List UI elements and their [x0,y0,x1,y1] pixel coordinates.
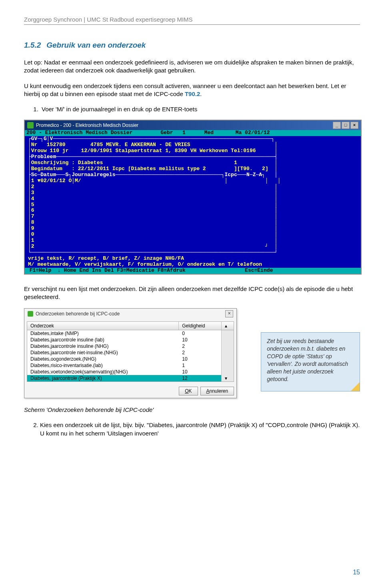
dialog-titlebar: Onderzoeken behorende bij ICPC-code × [24,309,236,319]
dos-line: │Vrouw 110 jr 12/09/1901 Stalpaertstraat… [28,148,278,154]
paragraph: U kunt eenvoudig een onderzoek tijdens e… [24,82,360,98]
table-row[interactable]: Diabetes,jaarcontrole insuline (lab)10 [27,337,234,343]
cell-onderzoek: Diabetes,intake (NMP) [27,330,179,337]
dos-line: │0 │ [28,231,278,237]
dos-line: │Begindatum : 22/12/2011 Icpc [Diabetes … [28,166,278,172]
cancel-button[interactable]: Annuleren [200,387,234,395]
icpc-code: T90.2 [185,90,200,97]
dos-line: │4 │ [28,196,278,202]
scrollbar-track[interactable] [221,337,234,343]
scrollbar-track[interactable] [221,349,234,356]
scroll-down-icon[interactable]: ▾ [221,375,234,381]
dos-help: M/ meetwaarde, V/ verwijskaart, F/ formu… [28,261,262,267]
cell-geldigheid: 2 [179,343,221,349]
step-list: Kies een onderzoek uit de lijst, bijv. b… [24,421,360,437]
table-row[interactable]: Diabetes,voetonderzoek(samenvatting)(NHG… [27,369,234,375]
dos-line: │Omschrijving : Diabetes 1 │ [28,160,278,166]
dos-line: │5 │ [28,202,278,208]
cell-geldigheid: 0 [179,330,221,337]
section-name: Gebruik van een onderzoek [46,41,146,49]
dos-line: └───────────────────────────────────────… [28,249,278,255]
dos-topbar: 200 - Elektronisch Medisch Dossier Gebr … [25,130,361,136]
table-row[interactable]: Diabetes,jaarcontrole insuline (NHG)2 [27,343,234,349]
table-row[interactable]: Diabetes,intake (NMP)0 [27,330,234,337]
dos-line: │2 ┘ │ [28,243,278,249]
dialog-title: Onderzoeken behorende bij ICPC-code [36,311,120,317]
dos-line: ┌GV─┐G│V────────────────────────────────… [28,136,274,142]
step-list: Voer 'M/' in de journaalregel in en druk… [24,105,360,113]
dos-line: │Nr 152780 4785 MEVR. E AKKERMAN - DE VR… [28,142,278,148]
scrollbar-track[interactable] [221,330,234,337]
app-logo-icon [28,311,33,317]
dos-line: │7 │ [28,213,278,219]
col-onderzoek[interactable]: Onderzoek [27,322,179,330]
dos-line: │8 │ [28,219,278,225]
dialog-buttons: OK Annuleren [24,384,236,398]
dos-line: │1 │ [28,237,278,243]
scrollbar-track[interactable] [221,362,234,369]
paragraph: Let op: Nadat er eenmaal een onderzoek g… [24,58,360,75]
dos-line: │2 │ [28,184,278,190]
step-item: Voer 'M/' in de journaalregel in en druk… [40,105,360,113]
scrollbar-track[interactable] [221,369,234,375]
cell-onderzoek: Diabetes,jaarcontrole niet-insuline.(NHG… [27,349,179,356]
paragraph: Er verschijnt nu een lijst met onderzoek… [24,285,360,301]
cell-onderzoek: Diabetes, jaarcontrole (Praktijk X) [27,375,179,381]
cell-geldigheid: 12 [179,375,221,381]
text-run: . [200,90,202,97]
cell-onderzoek: Diabetes,oogonderzoek.(NHG) [27,356,179,362]
scrollbar-track[interactable] [221,343,234,349]
close-icon[interactable]: × [350,122,358,129]
ok-button[interactable]: OK [179,387,198,395]
sticky-note: Zet bij uw reeds bestaande onderzoeken m… [261,332,360,391]
dos-footer: F1=Help ↓ Home End Ins Del F3=Medicatie … [25,268,361,274]
dos-line: │6 │ [28,207,278,213]
table-row[interactable]: Diabetes, jaarcontrole (Praktijk X)12▾ [27,375,234,381]
minimize-icon[interactable]: _ [333,122,341,129]
cell-geldigheid: 10 [179,356,221,362]
app-logo-icon [27,122,34,128]
dos-terminal: 200 - Elektronisch Medisch Dossier Gebr … [25,130,361,274]
scroll-up-icon[interactable]: ▴ [222,322,234,330]
table-row[interactable]: Diabetes,risico-inventarisatie.(lab)1 [27,362,234,369]
maximize-icon[interactable]: □ [342,122,350,129]
dos-help: vrije tekst, R/ recept, B/ brief, Z/ inz… [28,255,184,261]
dos-line: │9 │ [28,225,278,231]
dos-line: ├Probleem───────────────────────────────… [28,154,278,160]
cell-onderzoek: Diabetes,risico-inventarisatie.(lab) [27,362,179,369]
sticky-text: Zet bij uw reeds bestaande onderzoeken m… [267,338,348,382]
dos-line: ├Sc─Datum───S┐Journaalregels────────────… [28,172,278,178]
icpc-dialog: Onderzoeken behorende bij ICPC-code × On… [24,308,237,398]
cell-onderzoek: Diabetes,jaarcontrole insuline (lab) [27,337,179,343]
section-number: 1.5.2 [24,41,41,49]
table-header: Onderzoek Geldigheid ▴ [27,322,234,330]
dos-window: Promedico - 200 - Elektronisch Medisch D… [24,120,362,275]
close-icon[interactable]: × [225,310,233,317]
cell-onderzoek: Diabetes,voetonderzoek(samenvatting)(NHG… [27,369,179,375]
page-header: Zorggroep Synchroon | UMC St Radboud exp… [24,16,360,25]
dos-line: │1 ▼02/01/12 O│M/ │ │ │ [28,178,281,184]
scrollbar-track[interactable] [221,356,234,362]
table-row[interactable]: Diabetes,jaarcontrole niet-insuline.(NHG… [27,349,234,356]
cell-geldigheid: 2 [179,349,221,356]
page-number: 15 [353,569,360,576]
dialog-table: Onderzoek Geldigheid ▴ Diabetes,intake (… [27,321,234,382]
cell-geldigheid: 1 [179,362,221,369]
figure-caption: Scherm 'Onderzoeken behorende bij ICPC-c… [24,406,360,413]
cell-geldigheid: 10 [179,369,221,375]
window-title: Promedico - 200 - Elektronisch Medisch D… [36,122,138,128]
dos-line: │3 │ [28,190,278,196]
cell-geldigheid: 10 [179,337,221,343]
section-title: 1.5.2Gebruik van een onderzoek [24,41,360,50]
dos-titlebar: Promedico - 200 - Elektronisch Medisch D… [25,120,361,130]
col-geldigheid[interactable]: Geldigheid [179,322,222,330]
step-item: Kies een onderzoek uit de lijst, bijv. b… [40,421,360,437]
table-row[interactable]: Diabetes,oogonderzoek.(NHG)10 [27,356,234,362]
fold-corner-icon [351,382,360,391]
cell-onderzoek: Diabetes,jaarcontrole insuline (NHG) [27,343,179,349]
